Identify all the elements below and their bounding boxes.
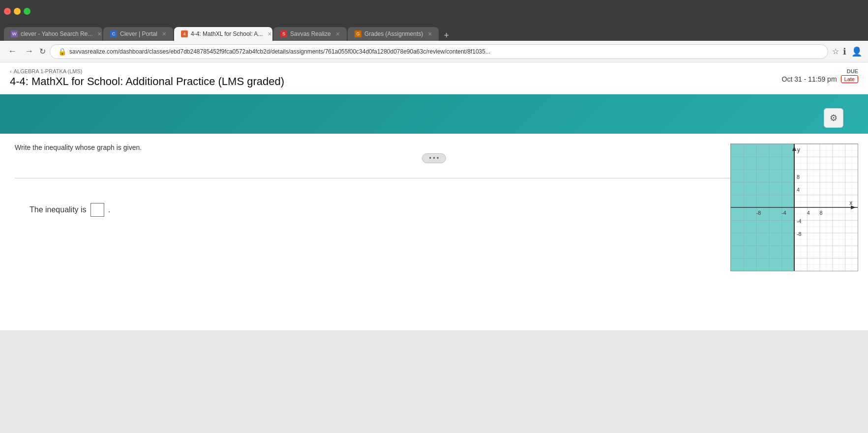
maximize-window-button[interactable] <box>24 8 30 15</box>
tab-label: Clever | Portal <box>120 30 157 37</box>
inequality-period: . <box>108 205 110 214</box>
inequality-label: The inequality is <box>30 205 87 214</box>
graph-inner: 8 4 -4 -8 -8 -4 4 8 x y <box>731 144 858 271</box>
content-inner: Write the inequality whose graph is give… <box>0 134 868 330</box>
nav-right-buttons: ℹ 👤 <box>843 46 862 57</box>
due-label: DUE <box>847 68 858 74</box>
refresh-button[interactable]: ↻ <box>39 47 46 56</box>
main-content: Write the inequality whose graph is give… <box>0 134 868 433</box>
svg-text:y: y <box>797 146 800 153</box>
expand-button-row: • • • <box>15 153 853 163</box>
svg-text:8: 8 <box>797 174 800 180</box>
svg-text:x: x <box>849 200 852 206</box>
answer-input-box[interactable] <box>90 203 104 217</box>
tab-icon-c: C <box>110 30 117 37</box>
tab-close-icon[interactable]: × <box>162 30 166 38</box>
minimize-window-button[interactable] <box>14 8 21 15</box>
tab-close-icon[interactable]: × <box>97 30 101 38</box>
tab-label: Savvas Realize <box>290 30 331 37</box>
svg-text:4: 4 <box>807 210 810 216</box>
svg-text:8: 8 <box>820 210 823 216</box>
breadcrumb-top: ‹ ALGEBRA 1-PRATKA (LMS) <box>10 68 284 74</box>
answer-section: The inequality is . <box>15 193 853 231</box>
graph-svg: 8 4 -4 -8 -8 -4 4 8 x y <box>731 144 858 271</box>
secure-icon: 🔒 <box>58 48 66 56</box>
close-window-button[interactable] <box>4 8 11 15</box>
svg-text:-4: -4 <box>781 210 786 216</box>
back-button[interactable]: ← <box>6 44 19 58</box>
navigation-bar: ← → ↻ 🔒 savvasrealize.com/dashboard/clas… <box>0 41 868 62</box>
tab-close-icon[interactable]: × <box>268 30 271 38</box>
graph-container: 8 4 -4 -8 -8 -4 4 8 x y <box>730 144 858 271</box>
due-info: DUE Oct 31 - 11:59 pm Late <box>782 68 858 83</box>
tab-icon-grades: G <box>355 30 361 37</box>
settings-button[interactable]: ⚙ <box>824 108 843 128</box>
browser-titlebar <box>0 0 868 22</box>
question-text: Write the inequality whose graph is give… <box>15 144 853 151</box>
svg-text:-8: -8 <box>756 210 761 216</box>
tab-icon-savvas: S <box>280 30 287 37</box>
page-header: ‹ ALGEBRA 1-PRATKA (LMS) 4-4: MathXL for… <box>0 62 868 94</box>
window-controls[interactable] <box>4 8 30 15</box>
late-badge: Late <box>841 75 858 83</box>
tab-label: 4-4: MathXL for School: A... <box>191 30 263 37</box>
tab-icon-mathxl: 4 <box>181 30 188 37</box>
bookmark-button[interactable]: ☆ <box>832 47 839 56</box>
svg-text:-8: -8 <box>797 231 802 237</box>
svg-text:-4: -4 <box>797 218 802 224</box>
svg-text:4: 4 <box>797 187 800 193</box>
new-tab-button[interactable]: + <box>440 30 453 41</box>
expand-button[interactable]: • • • <box>422 153 446 163</box>
breadcrumb: ‹ ALGEBRA 1-PRATKA (LMS) 4-4: MathXL for… <box>10 68 284 88</box>
due-date: Oct 31 - 11:59 pm Late <box>782 75 858 83</box>
page-title: 4-4: MathXL for School: Additional Pract… <box>10 75 284 88</box>
tab-icon-w: W <box>11 30 18 37</box>
teal-banner <box>0 94 868 134</box>
tab-clever-yahoo[interactable]: W clever - Yahoo Search Re... × <box>4 27 102 41</box>
tab-savvas[interactable]: S Savvas Realize × <box>273 27 347 41</box>
breadcrumb-label: ALGEBRA 1-PRATKA (LMS) <box>14 68 83 74</box>
forward-button[interactable]: → <box>23 44 35 58</box>
tab-close-icon[interactable]: × <box>336 30 340 38</box>
due-date-text: Oct 31 - 11:59 pm <box>782 75 837 83</box>
tab-label: clever - Yahoo Search Re... <box>21 30 92 37</box>
tab-clever-portal[interactable]: C Clever | Portal × <box>103 27 173 41</box>
back-arrow[interactable]: ‹ <box>10 68 12 74</box>
user-icon-button[interactable]: ℹ <box>843 46 846 57</box>
tab-close-icon[interactable]: × <box>428 30 432 38</box>
url-text: savvasrealize.com/dashboard/classes/ebd7… <box>69 48 820 55</box>
page-wrapper: ‹ ALGEBRA 1-PRATKA (LMS) 4-4: MathXL for… <box>0 62 868 433</box>
tab-label: Grades (Assignments) <box>364 30 423 37</box>
divider-line <box>15 178 853 178</box>
tabs-bar: W clever - Yahoo Search Re... × C Clever… <box>0 22 868 41</box>
tab-mathxl[interactable]: 4 4-4: MathXL for School: A... × <box>174 27 272 41</box>
tab-grades[interactable]: G Grades (Assignments) × <box>348 27 439 41</box>
url-bar[interactable]: 🔒 savvasrealize.com/dashboard/classes/eb… <box>50 44 828 59</box>
inequality-row: The inequality is . <box>30 203 838 217</box>
extension-button[interactable]: 👤 <box>851 46 862 57</box>
